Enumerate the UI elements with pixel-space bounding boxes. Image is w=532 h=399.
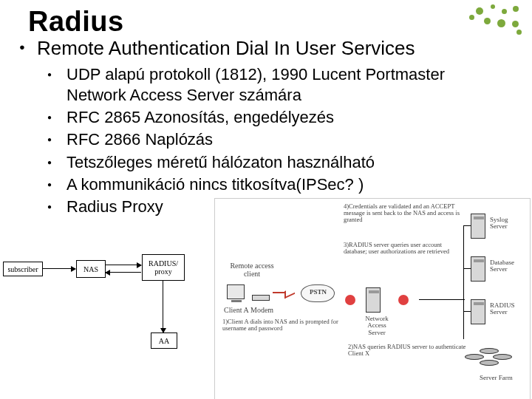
heading-text: Remote Authentication Dial In User Servi… (37, 37, 415, 59)
remote-client-label: Remote access client (222, 262, 282, 278)
arrow-nas-radius-top (106, 265, 141, 265)
nas-label: Network Access Server (357, 316, 397, 336)
aa-box: AA (151, 332, 177, 349)
red-ball-icon (398, 295, 409, 305)
nas-box: NAS (76, 260, 106, 278)
server-farm-icon (465, 348, 514, 372)
step3-label: 3)RADIUS server queries user account dat… (344, 242, 457, 255)
arrow-radius-aa (163, 281, 163, 332)
heading-item: Remote Authentication Dial In User Servi… (19, 38, 519, 217)
bullet-text: A kommunikáció nincs titkosítva(IPSec? ) (66, 174, 480, 195)
top-list: Remote Authentication Dial In User Servi… (19, 38, 519, 217)
bullet-item: RFC 2866 Naplózás (47, 129, 519, 150)
step4-label: 4)Credentials are validated and an ACCEP… (344, 203, 460, 223)
client-a-label: Client A (224, 307, 249, 315)
bullet-item: UDP alapú protokoll (1812), 1990 Lucent … (47, 64, 519, 106)
pc-icon (227, 284, 245, 299)
sub-list: UDP alapú protokoll (1812), 1990 Lucent … (47, 64, 519, 217)
diagram-right: 4)Credentials are validated and an ACCEP… (214, 198, 531, 399)
diagrams-area: subscriber NAS RADIUS/ proxy AA 4)Creden… (0, 239, 532, 399)
subscriber-box: subscriber (3, 262, 43, 276)
arrow-radius-nas-bottom (106, 272, 141, 273)
bullet-item: RFC 2865 Azonosítás, engedélyezés (47, 107, 519, 128)
step1-label: 1)Client A dials into NAS and is prompte… (222, 318, 347, 332)
syslog-label: Syslog Server (490, 216, 527, 231)
bullet-text: UDP alapú protokoll (1812), 1990 Lucent … (66, 64, 480, 106)
bullet-text: RFC 2865 Azonosítás, engedélyezés (66, 107, 480, 128)
zigzag-icon-2 (284, 287, 295, 299)
red-ball-icon (345, 295, 355, 305)
connector-line (419, 299, 465, 300)
bullet-item: Tetszőleges méretű hálózaton használható (47, 152, 519, 173)
arrow-subscriber-nas (43, 268, 75, 269)
step2-label: 2)NAS queries RADIUS server to authentic… (348, 344, 478, 357)
radius-label: RADIUS Server (490, 302, 527, 316)
bus-line (463, 225, 464, 339)
tap-db (463, 268, 471, 269)
corner-decoration (466, 4, 525, 49)
zigzag-icon (273, 292, 284, 293)
modem-label: Modem (250, 307, 273, 315)
bullet-item: A kommunikáció nincs titkosítva(IPSec? ) (47, 174, 519, 195)
slide: Radius Remote Authentication Dial In Use… (0, 0, 532, 399)
diagram-left: subscriber NAS RADIUS/ proxy AA (3, 245, 208, 393)
nas-server-icon (366, 287, 381, 313)
tap-syslog (463, 225, 471, 226)
db-label: Database Server (490, 259, 530, 273)
db-server-icon (471, 256, 485, 282)
syslog-server-icon (471, 214, 485, 239)
bullet-text: RFC 2866 Naplózás (66, 129, 480, 150)
modem-icon (252, 295, 270, 301)
server-farm-label: Server Farm (480, 375, 513, 381)
pstn-label: PSTN (310, 289, 327, 296)
tap-radius (463, 311, 471, 312)
bullet-text: Tetszőleges méretű hálózaton használható (66, 152, 480, 173)
slide-title: Radius (28, 6, 519, 38)
radius-proxy-box: RADIUS/ proxy (142, 254, 185, 281)
radius-server-icon (471, 299, 485, 324)
